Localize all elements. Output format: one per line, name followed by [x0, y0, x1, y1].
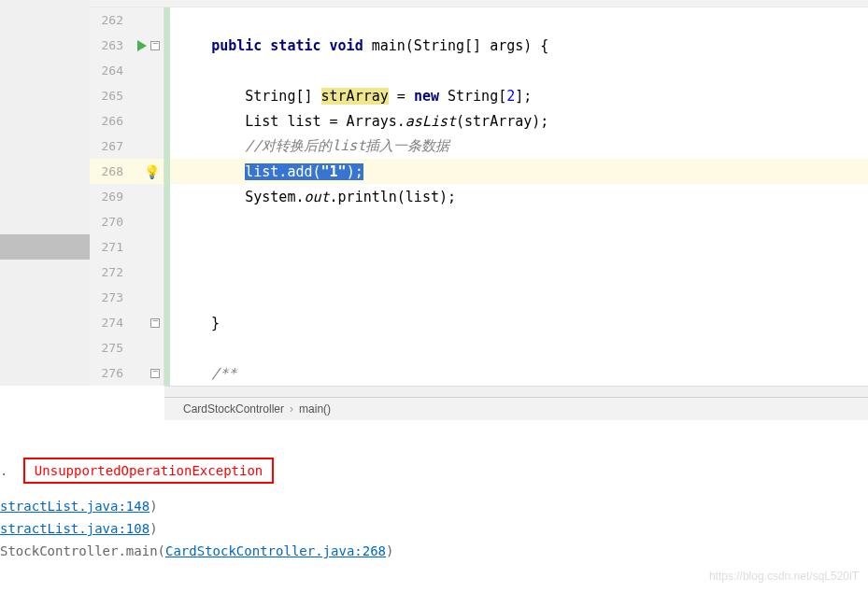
- code-keyword: new: [414, 88, 439, 105]
- line-number: 273: [97, 290, 123, 304]
- stack-trace-link[interactable]: stractList.java:148: [0, 499, 149, 514]
- line-number: 272: [97, 265, 123, 279]
- line-number: 262: [97, 13, 123, 27]
- code-text: System.: [178, 189, 304, 205]
- stack-trace-link[interactable]: stractList.java:108: [0, 521, 149, 536]
- code-text: String[: [439, 88, 506, 105]
- left-highlight-row: [0, 234, 90, 260]
- code-editor[interactable]: public static void main(String[] args) {…: [170, 7, 868, 386]
- code-static: asList: [406, 113, 456, 130]
- line-number: 268: [97, 164, 123, 178]
- stack-trace-text: ): [386, 543, 393, 558]
- line-number: 276: [97, 366, 123, 380]
- line-number: 267: [97, 139, 123, 153]
- code-indent: [178, 365, 211, 382]
- left-margin: [0, 0, 90, 386]
- watermark: https://blog.csdn.net/sqL520lT: [709, 570, 859, 583]
- gutter[interactable]: 262 263 264 265 266 267 268 💡: [90, 7, 164, 386]
- code-indent: [178, 138, 245, 155]
- editor-top-trim: [90, 0, 868, 7]
- code-static: out: [304, 189, 329, 205]
- code-text: ];: [515, 88, 532, 105]
- breadcrumb[interactable]: CardStockController › main(): [164, 397, 868, 420]
- code-number: 2: [506, 88, 515, 105]
- chevron-right-icon: ›: [290, 402, 293, 416]
- breadcrumb-class[interactable]: CardStockController: [183, 402, 284, 416]
- run-icon[interactable]: [137, 40, 147, 51]
- stack-trace-text: StockController.main(: [0, 543, 165, 558]
- line-number: 271: [97, 240, 123, 254]
- code-comment: //对转换后的list插入一条数据: [245, 137, 449, 155]
- bulb-icon[interactable]: 💡: [144, 164, 160, 179]
- exception-name: UnsupportedOperationException: [23, 458, 274, 484]
- code-indent: [178, 163, 245, 180]
- stack-trace-link[interactable]: CardStockController.java:268: [165, 543, 386, 558]
- line-number: 265: [97, 89, 123, 103]
- line-number: 264: [97, 63, 123, 78]
- code-text: =: [389, 88, 414, 105]
- code-text: }: [178, 315, 220, 331]
- line-number: 263: [97, 38, 123, 52]
- code-text: (strArray);: [456, 113, 548, 130]
- line-number: 275: [97, 341, 123, 355]
- fold-icon[interactable]: [150, 318, 160, 328]
- line-number: 266: [97, 114, 123, 128]
- code-text: String[]: [178, 88, 321, 105]
- code-comment: /**: [211, 365, 236, 382]
- line-number: 270: [97, 215, 123, 229]
- code-highlight: strArray: [321, 88, 389, 105]
- code-keyword: public static void: [178, 37, 363, 54]
- code-text: main(String[] args) {: [363, 37, 549, 54]
- fold-icon[interactable]: [150, 369, 160, 378]
- console-output[interactable]: . UnsupportedOperationException stractLi…: [0, 420, 868, 562]
- code-text: .println(list);: [330, 189, 456, 205]
- horizontal-scrollbar[interactable]: [164, 386, 868, 397]
- fold-icon[interactable]: [150, 41, 160, 50]
- breadcrumb-method[interactable]: main(): [299, 402, 331, 416]
- line-number: 269: [97, 190, 123, 204]
- code-selection: list.add("1");: [245, 163, 363, 180]
- line-number: 274: [97, 316, 123, 330]
- code-text: List list = Arrays.: [178, 113, 406, 130]
